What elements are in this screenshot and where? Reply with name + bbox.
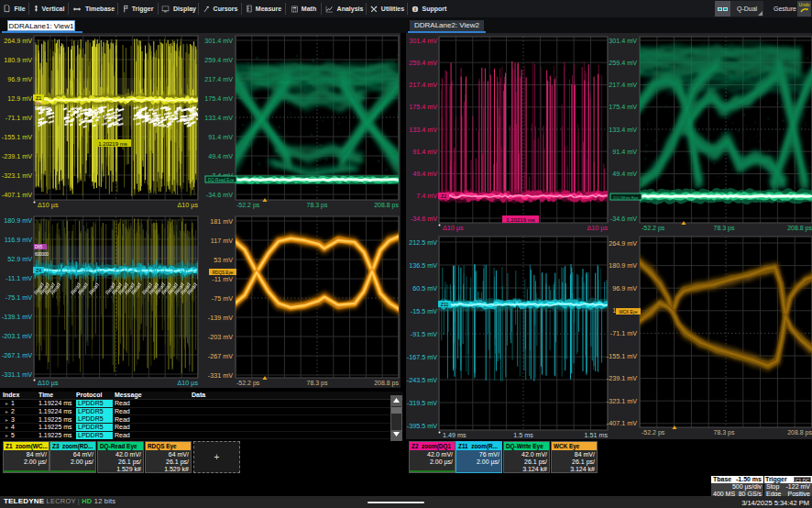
svg-text:217.4 mV: 217.4 mV <box>204 75 233 83</box>
svg-text:DQ-Read Eye: DQ-Read Eye <box>208 178 235 182</box>
svg-text:259.4 mV: 259.4 mV <box>609 59 637 67</box>
svg-text:Z2: Z2 <box>441 193 446 199</box>
svg-text:208.8 ps: 208.8 ps <box>374 202 399 209</box>
svg-text:-267 mV: -267 mV <box>208 352 233 360</box>
svg-text:Δ10 µs: Δ10 µs <box>177 379 198 387</box>
svg-text:-34.6 mV: -34.6 mV <box>206 191 233 199</box>
svg-text:-11.1 mV: -11.1 mV <box>5 274 32 282</box>
svg-text:12.9 mV: 12.9 mV <box>7 94 32 103</box>
svg-text:180.9 mV: 180.9 mV <box>609 261 637 270</box>
svg-text:-139 mV: -139 mV <box>208 314 233 322</box>
svg-text:301.4 mV: 301.4 mV <box>609 37 637 45</box>
svg-text:36x: 36x <box>35 101 42 105</box>
svg-text:52.9 mV: 52.9 mV <box>7 255 32 263</box>
svg-text:301.4 mV: 301.4 mV <box>204 37 233 45</box>
svg-text:DQ-Write Eye: DQ-Write Eye <box>614 195 640 200</box>
svg-text:i: i <box>414 6 416 11</box>
svg-text:-323.1 mV: -323.1 mV <box>2 171 32 180</box>
svg-text:Δ10 µs: Δ10 µs <box>177 201 198 209</box>
svg-text:-75.1 mV: -75.1 mV <box>5 293 32 302</box>
svg-text:133.4 mV: 133.4 mV <box>609 126 637 134</box>
svg-text:1.20219 ms: 1.20219 ms <box>98 141 126 147</box>
svg-text:-167.5 mV: -167.5 mV <box>407 353 437 361</box>
svg-text:180.9 mV: 180.9 mV <box>4 216 32 225</box>
svg-text:-243.5 mV: -243.5 mV <box>407 376 437 384</box>
svg-text:Z11: Z11 <box>441 302 449 307</box>
svg-text:-52.2 ps: -52.2 ps <box>642 225 665 232</box>
svg-text:-323.1 mV: -323.1 mV <box>607 397 637 405</box>
svg-text:-155.1 mV: -155.1 mV <box>607 352 637 360</box>
svg-text:208.8 ps: 208.8 ps <box>787 429 812 436</box>
svg-text:117 mV: 117 mV <box>211 237 233 245</box>
svg-text:175.4 mV: 175.4 mV <box>609 103 637 111</box>
svg-text:53 mV: 53 mV <box>214 256 233 264</box>
svg-text:264.9 mV: 264.9 mV <box>609 239 637 248</box>
svg-text:7.4 mV: 7.4 mV <box>416 192 437 200</box>
svg-text:217.4 mV: 217.4 mV <box>409 81 437 89</box>
svg-text:-15.5 mV: -15.5 mV <box>411 307 437 315</box>
svg-text:-239.1 mV: -239.1 mV <box>607 374 637 382</box>
svg-text:-71.1 mV: -71.1 mV <box>5 114 32 122</box>
svg-text:Z4: Z4 <box>36 268 41 273</box>
svg-text:1.51 ms: 1.51 ms <box>584 431 608 439</box>
svg-text:116.9 mV: 116.9 mV <box>5 236 32 244</box>
svg-text:-239.1 mV: -239.1 mV <box>2 152 32 160</box>
svg-text:Δ10 µs: Δ10 µs <box>587 224 608 232</box>
svg-text:Δ10 µs: Δ10 µs <box>38 201 59 209</box>
svg-text:175.4 mV: 175.4 mV <box>409 103 437 111</box>
svg-text:301.4 mV: 301.4 mV <box>409 37 437 45</box>
svg-text:-71.1 mV: -71.1 mV <box>610 329 637 337</box>
svg-text:600000: 600000 <box>35 252 49 257</box>
svg-text:-11 mV: -11 mV <box>212 275 233 283</box>
svg-text:49.4 mV: 49.4 mV <box>612 170 637 178</box>
svg-text:78.3 ps: 78.3 ps <box>307 380 328 387</box>
svg-text:-139.1 mV: -139.1 mV <box>2 313 32 321</box>
svg-text:RDQS Eye: RDQS Eye <box>213 271 234 275</box>
svg-text:133.4 mV: 133.4 mV <box>409 126 437 134</box>
svg-text:Δ10 µs: Δ10 µs <box>443 224 464 232</box>
svg-text:-407.1 mV: -407.1 mV <box>2 191 32 199</box>
svg-text:-75 mV: -75 mV <box>212 294 233 303</box>
svg-text:136.5 mV: 136.5 mV <box>409 261 437 270</box>
svg-text:208.8 ps: 208.8 ps <box>374 380 399 387</box>
svg-text:175.4 mV: 175.4 mV <box>204 94 233 103</box>
svg-text:-319.5 mV: -319.5 mV <box>407 399 437 407</box>
svg-text:91.4 mV: 91.4 mV <box>612 148 637 156</box>
svg-text:-395.5 mV: -395.5 mV <box>407 422 437 430</box>
svg-text:WCK Eye: WCK Eye <box>620 310 638 315</box>
svg-text:-407.1 mV: -407.1 mV <box>607 419 637 427</box>
svg-text:96.9 mV: 96.9 mV <box>7 75 32 83</box>
svg-text:Z1: Z1 <box>36 95 41 101</box>
svg-text:-34.6 mV: -34.6 mV <box>610 215 637 223</box>
svg-text:208.8 ps: 208.8 ps <box>787 225 812 232</box>
svg-text:49.4 mV: 49.4 mV <box>208 152 233 160</box>
svg-text:180.9 mV: 180.9 mV <box>4 56 32 64</box>
svg-text:259.4 mV: 259.4 mV <box>409 59 437 67</box>
svg-text:60.5 mV: 60.5 mV <box>412 284 437 293</box>
svg-text:-91.5 mV: -91.5 mV <box>411 330 437 338</box>
svg-text:Δ10 µs: Δ10 µs <box>38 379 59 387</box>
svg-text:133.4 mV: 133.4 mV <box>204 114 233 122</box>
svg-text:78.3 ps: 78.3 ps <box>714 429 735 436</box>
svg-text:-34.6 mV: -34.6 mV <box>411 215 437 223</box>
svg-text:264.9 mV: 264.9 mV <box>4 37 32 45</box>
svg-text:-331.1 mV: -331.1 mV <box>2 370 32 379</box>
svg-text:600000: 600000 <box>35 106 49 111</box>
svg-text:-267.1 mV: -267.1 mV <box>2 351 32 359</box>
svg-text:-203.1 mV: -203.1 mV <box>2 332 32 340</box>
svg-text:49.4 mV: 49.4 mV <box>412 170 437 178</box>
svg-text:96.9 mV: 96.9 mV <box>612 284 637 293</box>
svg-text:-52.2 ps: -52.2 ps <box>236 202 260 209</box>
svg-text:1.49 ms: 1.49 ms <box>443 431 466 439</box>
svg-text:D65: D65 <box>35 245 43 249</box>
svg-text:1.20219 ms: 1.20219 ms <box>506 217 534 223</box>
svg-text:-52.2 ps: -52.2 ps <box>642 429 665 436</box>
svg-text:-155.1 mV: -155.1 mV <box>2 133 32 141</box>
svg-text:91.4 mV: 91.4 mV <box>412 148 437 156</box>
svg-text:-331 mV: -331 mV <box>208 371 233 380</box>
svg-text:-203 mV: -203 mV <box>208 333 233 341</box>
svg-text:1.5 ms: 1.5 ms <box>513 431 533 439</box>
svg-text:181 mV: 181 mV <box>210 217 233 226</box>
svg-text:78.3 ps: 78.3 ps <box>714 225 735 232</box>
svg-text:91.4 mV: 91.4 mV <box>208 133 233 141</box>
